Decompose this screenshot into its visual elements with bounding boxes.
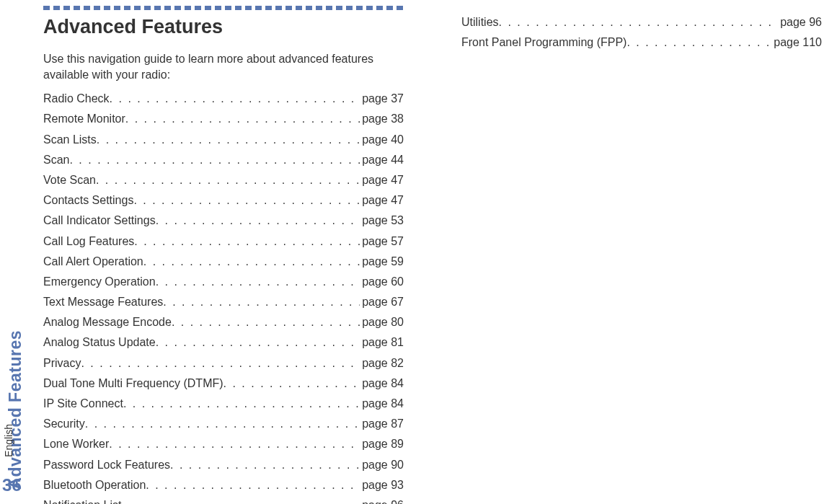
toc-row: Bluetooth Operationpage 93: [43, 479, 404, 492]
decorative-rule: [43, 6, 404, 10]
toc-page: page 47: [360, 194, 404, 207]
toc-row: IP Site Connectpage 84: [43, 397, 404, 410]
toc-page: page 60: [360, 275, 404, 288]
page-number: 36: [2, 475, 22, 495]
toc-row: Radio Checkpage 37: [43, 92, 404, 105]
toc-row: Notification Listpage 96: [43, 499, 404, 504]
toc-label: Privacy: [43, 357, 81, 370]
toc-label: Notification List: [43, 499, 122, 504]
toc-leader-dots: [109, 438, 360, 451]
toc-page: page 47: [360, 174, 404, 187]
toc-page: page 67: [360, 296, 404, 309]
toc-label: Analog Status Update: [43, 336, 156, 349]
toc-leader-dots: [97, 133, 360, 146]
toc-label: Call Log Features: [43, 235, 134, 248]
toc-label: Contacts Settings: [43, 194, 133, 207]
toc-page: page 44: [360, 154, 404, 167]
toc-row: Contacts Settingspage 47: [43, 194, 404, 207]
toc-list-col2: Utilitiespage 96Front Panel Programming …: [461, 16, 822, 49]
toc-label: Dual Tone Multi Frequency (DTMF): [43, 377, 223, 390]
toc-label: Utilities: [461, 16, 499, 29]
toc-row: Front Panel Programming (FPP)page 110: [461, 36, 822, 49]
toc-leader-dots: [110, 92, 360, 105]
toc-leader-dots: [85, 417, 360, 430]
toc-leader-dots: [125, 112, 360, 125]
toc-page: page 59: [360, 255, 404, 268]
toc-leader-dots: [163, 296, 360, 309]
toc-leader-dots: [69, 154, 360, 167]
toc-leader-dots: [172, 316, 360, 329]
toc-leader-dots: [133, 194, 360, 207]
toc-page: page 89: [360, 438, 404, 451]
toc-row: Dual Tone Multi Frequency (DTMF)page 84: [43, 377, 404, 390]
toc-label: Security: [43, 417, 85, 430]
toc-label: Emergency Operation: [43, 275, 156, 288]
toc-row: Utilitiespage 96: [461, 16, 822, 29]
toc-row: Securitypage 87: [43, 417, 404, 430]
column-left: Advanced Features Use this navigation gu…: [43, 16, 404, 497]
toc-leader-dots: [143, 255, 360, 268]
toc-label: Bluetooth Operation: [43, 479, 146, 492]
toc-leader-dots: [96, 174, 360, 187]
toc-leader-dots: [156, 214, 360, 227]
toc-page: page 110: [771, 36, 822, 49]
toc-row: Vote Scanpage 47: [43, 174, 404, 187]
toc-page: page 82: [360, 357, 404, 370]
toc-leader-dots: [134, 235, 360, 248]
toc-row: Scan Listspage 40: [43, 133, 404, 146]
toc-list-col1: Radio Checkpage 37Remote Monitorpage 38S…: [43, 92, 404, 504]
toc-page: page 93: [360, 479, 404, 492]
toc-row: Analog Message Encodepage 80: [43, 316, 404, 329]
toc-row: Scanpage 44: [43, 154, 404, 167]
toc-label: Front Panel Programming (FPP): [461, 36, 626, 49]
toc-leader-dots: [123, 397, 360, 410]
toc-row: Text Message Featurespage 67: [43, 296, 404, 309]
toc-row: Call Alert Operationpage 59: [43, 255, 404, 268]
toc-label: Text Message Features: [43, 296, 163, 309]
toc-label: IP Site Connect: [43, 397, 123, 410]
toc-leader-dots: [156, 275, 360, 288]
toc-leader-dots: [146, 479, 360, 492]
toc-label: Radio Check: [43, 92, 110, 105]
toc-page: page 80: [360, 316, 404, 329]
toc-row: Remote Monitorpage 38: [43, 112, 404, 125]
toc-leader-dots: [626, 36, 771, 49]
toc-page: page 87: [360, 417, 404, 430]
toc-page: page 40: [360, 133, 404, 146]
toc-row: Emergency Operationpage 60: [43, 275, 404, 288]
toc-label: Call Indicator Settings: [43, 214, 156, 227]
side-language-label: English: [3, 424, 14, 457]
toc-label: Call Alert Operation: [43, 255, 143, 268]
toc-page: page 90: [360, 459, 404, 472]
toc-page: page 96: [778, 16, 822, 29]
toc-page: page 84: [360, 377, 404, 390]
toc-page: page 84: [360, 397, 404, 410]
toc-page: page 81: [360, 336, 404, 349]
toc-label: Scan: [43, 154, 69, 167]
toc-page: page 37: [360, 92, 404, 105]
toc-row: Lone Workerpage 89: [43, 438, 404, 451]
toc-row: Privacypage 82: [43, 357, 404, 370]
toc-label: Analog Message Encode: [43, 316, 172, 329]
toc-leader-dots: [223, 377, 360, 390]
content-area: Advanced Features Use this navigation gu…: [43, 16, 824, 497]
toc-row: Call Log Featurespage 57: [43, 235, 404, 248]
toc-row: Analog Status Updatepage 81: [43, 336, 404, 349]
column-right: Utilitiespage 96Front Panel Programming …: [461, 16, 822, 497]
toc-label: Password Lock Features: [43, 459, 170, 472]
toc-row: Password Lock Featurespage 90: [43, 459, 404, 472]
toc-page: page 96: [360, 499, 404, 504]
toc-leader-dots: [499, 16, 779, 29]
toc-page: page 53: [360, 214, 404, 227]
toc-leader-dots: [81, 357, 360, 370]
toc-label: Scan Lists: [43, 133, 97, 146]
toc-label: Vote Scan: [43, 174, 96, 187]
toc-page: page 38: [360, 112, 404, 125]
toc-leader-dots: [156, 336, 360, 349]
toc-label: Remote Monitor: [43, 112, 125, 125]
toc-page: page 57: [360, 235, 404, 248]
section-title: Advanced Features: [43, 16, 404, 38]
toc-label: Lone Worker: [43, 438, 109, 451]
toc-leader-dots: [170, 459, 360, 472]
toc-row: Call Indicator Settingspage 53: [43, 214, 404, 227]
